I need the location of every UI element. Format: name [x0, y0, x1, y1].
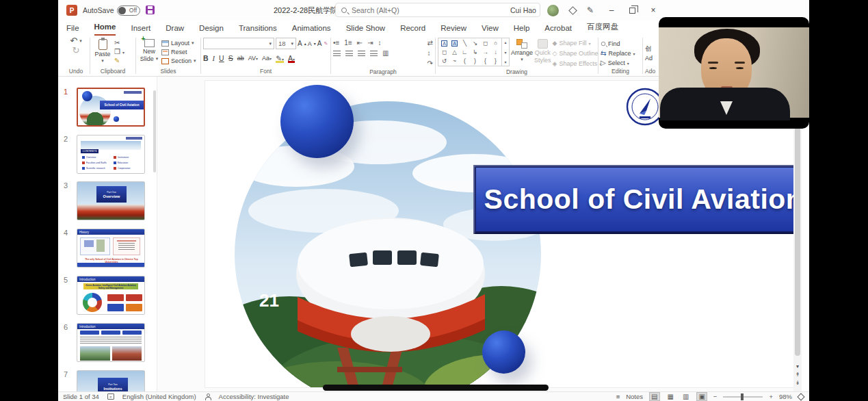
previous-slide-button[interactable]: ↟ [795, 372, 800, 378]
tab-animations[interactable]: Animations [292, 24, 331, 36]
webcam-overlay[interactable] [659, 17, 809, 129]
shape-outline-button[interactable]: ◇Shape Outline▾ [553, 50, 603, 57]
tab-file[interactable]: File [66, 24, 79, 36]
quick-styles-button[interactable]: Quick Styles [534, 38, 551, 64]
convert-smartart-button[interactable]: ↷ [428, 60, 433, 67]
thumbnail-scrollbar[interactable] [153, 90, 156, 172]
tab-acrobat[interactable]: Acrobat [544, 24, 572, 36]
tab-review[interactable]: Review [440, 24, 466, 36]
zoom-out-button[interactable]: − [713, 393, 718, 400]
minimize-button[interactable]: – [605, 5, 618, 15]
text-highlight-button[interactable]: ✎▾ [276, 54, 284, 62]
character-spacing-button[interactable]: AV▾ [248, 55, 258, 62]
zoom-slider[interactable] [723, 396, 763, 398]
undo-caret[interactable]: ▾ [79, 38, 82, 44]
font-color-button[interactable]: A▾ [288, 54, 295, 62]
justify-button[interactable] [370, 51, 378, 56]
clear-formatting-button[interactable]: A✎ [317, 40, 328, 47]
decrease-indent-button[interactable]: ⇤ [357, 39, 363, 47]
thumbnail-slide-1[interactable]: School of Civil Aviation [77, 88, 145, 127]
layout-button[interactable]: Layout▾ [161, 40, 196, 47]
align-text-button[interactable]: ↕ [428, 49, 433, 57]
shape-gallery-scroll[interactable]: ▴▾▾ [502, 38, 510, 66]
decor-sphere-large[interactable] [280, 85, 354, 158]
shrink-font-button[interactable]: A▾ [308, 40, 316, 47]
shape-effects-button[interactable]: ◈Shape Effects▾ [553, 60, 603, 67]
slide-title-banner[interactable]: School of Civil Aviation [473, 165, 793, 234]
thumbnail-slide-2[interactable]: CONTENTS Overview Institutions Faculties… [77, 135, 145, 174]
zoom-slider-thumb[interactable] [741, 393, 744, 400]
undo-icon[interactable]: ↶ [70, 38, 77, 44]
paste-button[interactable]: Paste ▾ [92, 38, 113, 64]
thumbnail-slide-5[interactable]: Introduction Green Aviation, Intelligent… [77, 276, 145, 315]
thumbnail-slide-4[interactable]: History The only School of Civil Aviatio… [77, 229, 145, 268]
tab-draw[interactable]: Draw [166, 24, 184, 36]
change-case-button[interactable]: Aa▾ [262, 55, 272, 62]
bold-button[interactable]: B [203, 54, 209, 62]
italic-button[interactable]: I [213, 55, 215, 62]
font-name-combo[interactable]: ▾ [203, 38, 274, 49]
restore-button[interactable] [629, 8, 635, 14]
tab-baidu-netdisk[interactable]: 百度网盘 [587, 22, 618, 36]
notes-icon[interactable]: ≡ [616, 393, 620, 400]
thumbnail-slide-6[interactable]: Introduction [77, 323, 145, 362]
paste-caret[interactable]: ▾ [101, 58, 104, 64]
zoom-level[interactable]: 98% [779, 393, 792, 400]
scroll-down-icon[interactable]: ▾ [796, 363, 799, 370]
section-button[interactable]: Section▾ [161, 57, 196, 64]
thumbnail-slide-3[interactable]: Part One Overview [77, 181, 145, 220]
align-center-button[interactable] [345, 51, 353, 56]
align-right-button[interactable] [358, 51, 365, 56]
numbering-button[interactable]: 1≡ [344, 39, 352, 47]
decor-sphere-small[interactable] [482, 331, 525, 374]
slideshow-view-button[interactable]: ▣ [696, 392, 707, 401]
draw-mode-icon[interactable]: ✎ [587, 5, 594, 15]
autosave-toggle[interactable]: Off [117, 5, 140, 16]
account-name[interactable]: Cui Hao [510, 6, 536, 14]
align-left-button[interactable] [333, 51, 341, 56]
replace-button[interactable]: ⇆Replace▾ [601, 50, 640, 57]
search-box[interactable] [335, 3, 540, 17]
line-spacing-button[interactable]: ↕ [378, 39, 382, 47]
bullets-button[interactable]: •≡ [333, 39, 339, 47]
copy-caret[interactable]: ▾ [122, 50, 124, 55]
reset-button[interactable]: Reset [161, 49, 196, 55]
slide-sorter-view-button[interactable]: ▦ [666, 393, 675, 400]
accessibility-status[interactable]: Accessibility: Investigate [219, 393, 289, 400]
copy-icon[interactable]: ❐ [114, 49, 120, 55]
tab-insert[interactable]: Insert [131, 24, 150, 36]
increase-indent-button[interactable]: ⇥ [367, 39, 373, 47]
tab-design[interactable]: Design [199, 24, 224, 36]
search-input[interactable] [352, 6, 502, 14]
language-status[interactable]: English (United Kingdom) [122, 393, 196, 400]
text-direction-button[interactable]: ⇄ [428, 39, 433, 47]
video-progress-bar[interactable] [323, 385, 549, 391]
tab-record[interactable]: Record [400, 24, 425, 36]
powerpoint-app-icon[interactable]: P [66, 5, 77, 16]
fit-to-window-icon[interactable] [797, 393, 804, 400]
shape-fill-button[interactable]: ◆Shape Fill▾ [553, 40, 603, 47]
strikethrough-button[interactable]: S [228, 54, 233, 62]
cut-icon[interactable]: ✂ [114, 40, 124, 47]
new-slide-caret[interactable]: ▾ [156, 56, 159, 62]
tab-home[interactable]: Home [94, 23, 116, 36]
redo-icon[interactable]: ↻ [73, 47, 80, 54]
close-button[interactable]: × [646, 5, 660, 15]
grow-font-button[interactable]: A▴ [298, 40, 306, 47]
zoom-in-button[interactable]: + [769, 393, 773, 400]
font-size-combo[interactable]: 18▾ [276, 38, 296, 49]
tab-help[interactable]: Help [514, 24, 530, 36]
arrange-button[interactable]: Arrange ▾ [511, 38, 533, 62]
format-painter-icon[interactable]: ✎ [114, 57, 124, 64]
tab-transitions[interactable]: Transitions [239, 24, 277, 36]
select-button[interactable]: ▷Select▾ [601, 60, 640, 66]
avatar[interactable] [547, 5, 559, 16]
diamond-icon[interactable] [568, 6, 577, 15]
reading-view-button[interactable]: ▥ [681, 393, 690, 400]
tab-slide-show[interactable]: Slide Show [346, 24, 386, 36]
columns-button[interactable]: ▥ [382, 49, 389, 57]
normal-view-button[interactable]: ▤ [649, 392, 659, 401]
next-slide-button[interactable]: ↡ [795, 380, 800, 386]
underline-button[interactable]: U [219, 54, 224, 62]
notes-button[interactable]: Notes [626, 393, 643, 400]
